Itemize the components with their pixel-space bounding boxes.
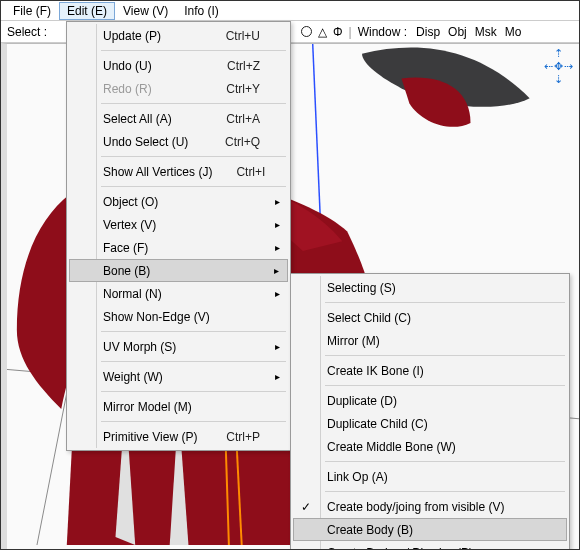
menu-item-create-body[interactable]: Create Body (B)	[293, 518, 567, 541]
window-msk-button[interactable]: Msk	[472, 25, 500, 39]
menu-file[interactable]: File (F)	[5, 2, 59, 20]
bone-submenu: Selecting (S) Select Child (C) Mirror (M…	[290, 273, 570, 550]
menu-separator	[101, 331, 286, 332]
menu-item-object[interactable]: Object (O)	[69, 190, 288, 213]
window-obj-button[interactable]: Obj	[445, 25, 470, 39]
menu-item-uv-morph[interactable]: UV Morph (S)	[69, 335, 288, 358]
menu-item-mirror[interactable]: Mirror (M)	[293, 329, 567, 352]
phi-tool-icon[interactable]: Φ	[333, 25, 343, 39]
menu-separator	[325, 461, 565, 462]
window-label: Window :	[358, 25, 407, 39]
menu-item-redo[interactable]: Redo (R)Ctrl+Y	[69, 77, 288, 100]
nav-up-icon[interactable]: ⇡	[553, 47, 563, 60]
menu-separator	[101, 421, 286, 422]
edit-dropdown-menu: Update (P)Ctrl+U Undo (U)Ctrl+Z Redo (R)…	[66, 21, 291, 451]
menu-separator	[325, 491, 565, 492]
menu-item-select-child[interactable]: Select Child (C)	[293, 306, 567, 329]
nav-down-icon[interactable]: ⇣	[553, 73, 563, 86]
menu-separator	[325, 355, 565, 356]
menu-item-primitive-view[interactable]: Primitive View (P)Ctrl+P	[69, 425, 288, 448]
toolbar-right: △ Φ | Window : Disp Obj Msk Mo	[301, 25, 524, 39]
select-label: Select :	[7, 25, 47, 39]
menu-item-mirror-model[interactable]: Mirror Model (M)	[69, 395, 288, 418]
menu-item-normal[interactable]: Normal (N)	[69, 282, 288, 305]
menu-separator	[101, 50, 286, 51]
toolbar-separator: |	[349, 25, 352, 39]
menu-item-create-middle-bone[interactable]: Create Middle Bone (W)	[293, 435, 567, 458]
window-mo-button[interactable]: Mo	[502, 25, 525, 39]
menu-item-update[interactable]: Update (P)Ctrl+U	[69, 24, 288, 47]
menu-item-link-op[interactable]: Link Op (A)	[293, 465, 567, 488]
menu-item-show-all-vertices[interactable]: Show All Vertices (J)Ctrl+I	[69, 160, 288, 183]
menu-separator	[101, 103, 286, 104]
menu-item-vertex[interactable]: Vertex (V)	[69, 213, 288, 236]
menu-item-duplicate-child[interactable]: Duplicate Child (C)	[293, 412, 567, 435]
menu-item-face[interactable]: Face (F)	[69, 236, 288, 259]
menu-item-undo[interactable]: Undo (U)Ctrl+Z	[69, 54, 288, 77]
triangle-tool-icon[interactable]: △	[318, 26, 327, 38]
menubar: File (F) Edit (E) View (V) Info (I)	[1, 1, 579, 21]
nav-center-icon[interactable]: ✥	[553, 60, 563, 73]
circle-tool-icon[interactable]	[301, 26, 312, 37]
menu-separator	[101, 391, 286, 392]
menu-item-create-body-from-visible[interactable]: ✓Create body/joing from visible (V)	[293, 495, 567, 518]
menu-item-create-body-physics[interactable]: Create Body w/ Physics (P)	[293, 541, 567, 550]
menu-separator	[101, 186, 286, 187]
menu-item-show-non-edge[interactable]: Show Non-Edge (V)	[69, 305, 288, 328]
menu-item-weight[interactable]: Weight (W)	[69, 365, 288, 388]
nav-right-icon[interactable]: ⇢	[563, 60, 573, 73]
menu-item-bone[interactable]: Bone (B)	[69, 259, 288, 282]
menu-separator	[325, 385, 565, 386]
check-icon: ✓	[301, 500, 311, 514]
menu-item-create-ik-bone[interactable]: Create IK Bone (I)	[293, 359, 567, 382]
menu-item-undo-select[interactable]: Undo Select (U)Ctrl+Q	[69, 130, 288, 153]
menu-edit[interactable]: Edit (E)	[59, 2, 115, 20]
menu-info[interactable]: Info (I)	[176, 2, 227, 20]
menu-separator	[101, 361, 286, 362]
menu-separator	[325, 302, 565, 303]
window-disp-button[interactable]: Disp	[413, 25, 443, 39]
menu-item-select-all[interactable]: Select All (A)Ctrl+A	[69, 107, 288, 130]
viewport-nav-widget[interactable]: ⇡ ⇠✥⇢ ⇣	[543, 47, 573, 77]
menu-item-duplicate[interactable]: Duplicate (D)	[293, 389, 567, 412]
menu-view[interactable]: View (V)	[115, 2, 176, 20]
menu-item-selecting[interactable]: Selecting (S)	[293, 276, 567, 299]
nav-left-icon[interactable]: ⇠	[543, 60, 553, 73]
menu-separator	[101, 156, 286, 157]
